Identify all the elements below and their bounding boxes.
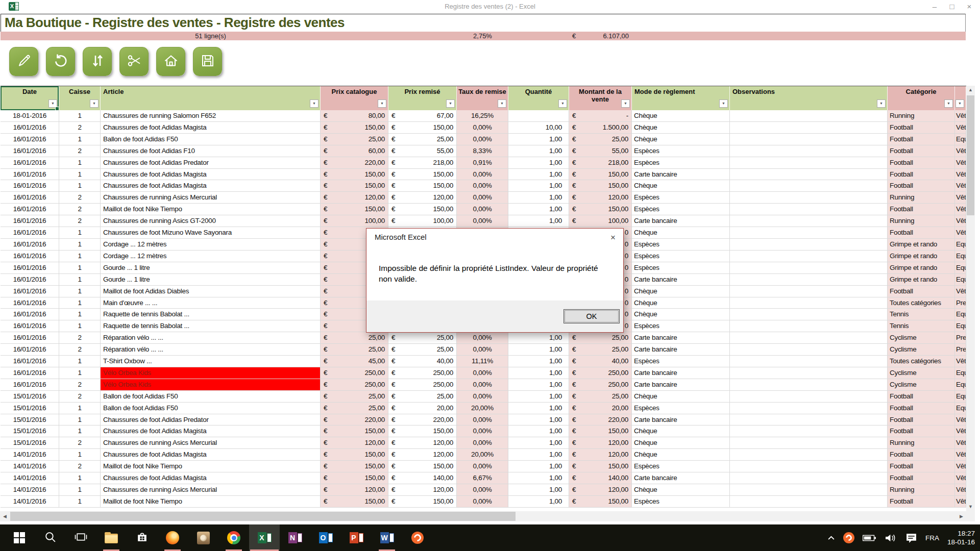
cell-mode-reglement[interactable]: Carte bancaire (632, 367, 730, 379)
cell-article[interactable]: Maillot de foot Nike Tiempo (101, 204, 321, 215)
cell-date[interactable]: 16/01/2016 (1, 157, 59, 169)
cell-article[interactable]: Cordage ... 12 mètres (101, 251, 321, 262)
cell-mode-reglement[interactable]: Chèque (632, 227, 730, 239)
cell-caisse[interactable]: 1 (59, 320, 101, 332)
filter-dropdown-button[interactable]: ▼ (621, 99, 630, 108)
cell-caisse[interactable]: 1 (59, 403, 101, 414)
cell-article[interactable]: Main d'œuvre ... ... (101, 297, 321, 309)
cell-observations[interactable] (730, 472, 888, 484)
cell-caisse[interactable]: 1 (59, 484, 101, 496)
cell-article[interactable]: Chaussures de foot Adidas Predator (101, 157, 321, 169)
cell-prix-remise[interactable]: €20,00 (388, 403, 457, 414)
cell-caisse[interactable]: 1 (59, 472, 101, 484)
cell-quantite[interactable]: 1,00 (508, 449, 569, 461)
cell-prix-remise[interactable]: €150,00 (388, 122, 457, 134)
cell-observations[interactable] (730, 309, 888, 320)
cell-type[interactable]: Vête (955, 496, 966, 508)
cell-caisse[interactable]: 1 (59, 286, 101, 297)
cell-date[interactable]: 16/01/2016 (1, 169, 59, 181)
cell-montant[interactable]: €120,00 (569, 449, 632, 461)
cell-prix-catalogue[interactable]: €60,00 (321, 145, 388, 157)
cell-taux-remise[interactable]: 0,00% (457, 122, 508, 134)
cell-observations[interactable] (730, 192, 888, 204)
cell-caisse[interactable]: 2 (59, 122, 101, 134)
cell-date[interactable]: 14/01/2016 (1, 496, 59, 508)
cell-prix-catalogue[interactable]: €120,00 (321, 484, 388, 496)
cell-prix-catalogue[interactable]: €220,00 (321, 157, 388, 169)
cell-type[interactable]: Vête (955, 215, 966, 227)
cell-date[interactable]: 14/01/2016 (1, 449, 59, 461)
cell-categorie[interactable]: Football (888, 391, 955, 403)
cell-article[interactable]: Chaussures de foot Adidas F10 (101, 145, 321, 157)
cell-prix-remise[interactable]: €150,00 (388, 461, 457, 472)
column-header-categorie[interactable]: Catégorie▼ (888, 86, 955, 110)
tray-origin-icon[interactable] (843, 532, 854, 543)
cell-type[interactable]: Vête (955, 204, 966, 215)
cell-prix-remise[interactable]: €120,00 (388, 449, 457, 461)
cell-categorie[interactable]: Grimpe et rando (888, 274, 955, 286)
cell-observations[interactable] (730, 414, 888, 426)
cell-date[interactable]: 14/01/2016 (1, 484, 59, 496)
filter-dropdown-button[interactable]: ▼ (446, 99, 455, 108)
cell-type[interactable]: Equi (955, 391, 966, 403)
cell-taux-remise[interactable]: 0,00% (457, 215, 508, 227)
cell-categorie[interactable]: Football (888, 169, 955, 181)
filter-dropdown-button[interactable]: ▼ (378, 99, 386, 108)
firefox-button[interactable] (157, 524, 188, 551)
cell-date[interactable]: 16/01/2016 (1, 239, 59, 251)
cell-mode-reglement[interactable]: Carte bancaire (632, 472, 730, 484)
cell-montant[interactable]: €150,00 (569, 496, 632, 508)
cell-article[interactable]: Maillot de foot Nike Tiempo (101, 496, 321, 508)
chrome-button[interactable] (218, 524, 249, 551)
cell-categorie[interactable]: Football (888, 496, 955, 508)
cell-taux-remise[interactable]: 0,00% (457, 484, 508, 496)
cell-observations[interactable] (730, 251, 888, 262)
cell-prix-catalogue[interactable]: €80,00 (321, 110, 388, 122)
scroll-down-arrow[interactable]: ▼ (966, 503, 975, 511)
cell-montant[interactable]: €55,00 (569, 145, 632, 157)
horizontal-scrollbar[interactable]: ◀ ▶ (0, 511, 966, 521)
cell-prix-remise[interactable]: €150,00 (388, 204, 457, 215)
cell-caisse[interactable]: 2 (59, 379, 101, 391)
home-button[interactable] (156, 47, 185, 76)
cell-observations[interactable] (730, 391, 888, 403)
cell-quantite[interactable]: 1,00 (508, 403, 569, 414)
cell-prix-catalogue[interactable]: €120,00 (321, 192, 388, 204)
cell-categorie[interactable]: Running (888, 110, 955, 122)
cell-taux-remise[interactable]: 0,00% (457, 332, 508, 344)
cell-caisse[interactable]: 1 (59, 496, 101, 508)
cell-mode-reglement[interactable]: Espèces (632, 157, 730, 169)
cell-caisse[interactable]: 1 (59, 309, 101, 320)
column-header-date[interactable]: Date▼ (1, 86, 59, 110)
cell-categorie[interactable]: Football (888, 472, 955, 484)
cell-type[interactable]: Equi (955, 262, 966, 274)
cell-date[interactable]: 16/01/2016 (1, 122, 59, 134)
cell-montant[interactable]: €220,00 (569, 414, 632, 426)
cell-observations[interactable] (730, 344, 888, 356)
file-explorer-button[interactable] (96, 524, 127, 551)
cell-prix-remise[interactable]: €250,00 (388, 367, 457, 379)
cell-caisse[interactable]: 1 (59, 239, 101, 251)
cell-montant[interactable]: €100,00 (569, 215, 632, 227)
cell-article[interactable]: Chaussures de running Asics Mercurial (101, 484, 321, 496)
cell-mode-reglement[interactable]: Espèces (632, 204, 730, 215)
cell-caisse[interactable]: 2 (59, 344, 101, 356)
cell-prix-catalogue[interactable]: €150,00 (321, 122, 388, 134)
cell-prix-remise[interactable]: €120,00 (388, 484, 457, 496)
cell-caisse[interactable]: 2 (59, 204, 101, 215)
ok-button[interactable]: OK (564, 309, 620, 323)
filter-dropdown-button[interactable]: ▼ (877, 99, 886, 108)
cell-mode-reglement[interactable]: Carte bancaire (632, 414, 730, 426)
cell-type[interactable]: Vête (955, 122, 966, 134)
cell-quantite[interactable]: 1,00 (508, 332, 569, 344)
column-header-mode-de-reglement[interactable]: Mode de règlement▼ (632, 86, 730, 110)
cell-type[interactable]: Vête (955, 484, 966, 496)
close-button[interactable]: × (961, 0, 978, 13)
cell-observations[interactable] (730, 379, 888, 391)
cell-prix-remise[interactable]: €140,00 (388, 472, 457, 484)
sort-button[interactable] (83, 47, 112, 76)
language-indicator[interactable]: FRA (925, 534, 939, 542)
cell-caisse[interactable]: 1 (59, 274, 101, 286)
cell-article[interactable]: Chaussures de foot Mizuno Wave Sayonara (101, 227, 321, 239)
tray-chevron-up-icon[interactable] (827, 535, 835, 541)
